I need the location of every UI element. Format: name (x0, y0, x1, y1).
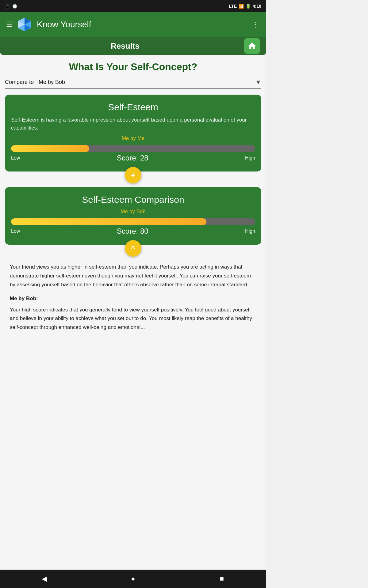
signal-icon: 📶 (239, 4, 244, 9)
self-esteem-comparison-card: Self-Esteem Comparison Me by Bob Low Sco… (5, 187, 261, 245)
self-esteem-progress: Low Score: 28 High (11, 145, 255, 162)
back-button[interactable]: ◀ (35, 570, 54, 588)
self-esteem-subtitle: Me by Me (11, 135, 255, 141)
lte-indicator: LTE (229, 4, 237, 9)
recent-apps-button[interactable]: ■ (213, 570, 231, 588)
home-button[interactable] (244, 38, 260, 54)
self-esteem-score: Score: 28 (117, 154, 148, 162)
more-options-icon[interactable]: ⋮ (252, 20, 260, 29)
dropdown-arrow-icon: ▼ (255, 79, 261, 86)
app-bar-left: ☰ Know Yourself (6, 17, 91, 32)
comparison-progress: Low Score: 80 High (11, 218, 255, 236)
self-esteem-description: Self-Esteem is having a favorable impres… (11, 116, 255, 132)
bottom-nav: ◀ ● ■ (0, 570, 266, 588)
self-esteem-progress-track (11, 145, 255, 152)
results-title: Results (6, 41, 244, 51)
description-text-1: Your friend views you as higher in self-… (10, 263, 256, 289)
page-heading: What Is Your Self-Concept? (5, 61, 261, 73)
compare-label: Compare to (5, 79, 34, 85)
comparison-progress-fill (11, 218, 206, 225)
compare-row: Compare to Me by Bob ▼ (5, 79, 261, 89)
status-icons-right: LTE 📶 🔋 4:18 (229, 4, 261, 9)
self-esteem-card: Self-Esteem Self-Esteem is having a favo… (5, 95, 261, 172)
app-bar: ☰ Know Yourself ⋮ (0, 12, 266, 37)
comparison-progress-labels: Low Score: 80 High (11, 227, 255, 236)
self-esteem-progress-fill (11, 145, 89, 152)
icon-sim: 📱 (5, 4, 10, 9)
by-bob-label: Me by Bob: (10, 294, 256, 303)
comparison-high-label: High (245, 228, 255, 234)
description-section: Your friend views you as higher in self-… (5, 257, 261, 338)
comparison-low-label: Low (11, 228, 20, 234)
self-esteem-low-label: Low (11, 155, 20, 161)
app-logo (17, 17, 32, 32)
compare-select-value: Me by Bob (39, 79, 65, 85)
app-title: Know Yourself (37, 20, 91, 29)
menu-icon[interactable]: ☰ (6, 21, 12, 28)
status-icons-left: 📱 🕐 (5, 4, 17, 9)
expand-button[interactable]: + (125, 167, 141, 183)
comparison-title: Self-Esteem Comparison (11, 194, 255, 205)
comparison-progress-track (11, 218, 255, 225)
battery-icon: 🔋 (246, 4, 251, 9)
compare-select-wrapper[interactable]: Me by Bob ▼ (39, 79, 261, 86)
comparison-subtitle: Me by Bob (11, 209, 255, 215)
main-content: What Is Your Self-Concept? Compare to Me… (0, 55, 266, 570)
time-display: 4:18 (253, 4, 261, 9)
description-text-2: Your high score indicates that you gener… (10, 306, 256, 332)
status-bar: 📱 🕐 LTE 📶 🔋 4:18 (0, 0, 266, 12)
collapse-button[interactable]: ^ (125, 240, 141, 257)
home-nav-button[interactable]: ● (124, 570, 142, 588)
results-bar: Results (0, 37, 266, 55)
self-esteem-progress-labels: Low Score: 28 High (11, 154, 255, 162)
icon-clock: 🕐 (12, 4, 17, 9)
self-esteem-high-label: High (245, 155, 255, 161)
comparison-score: Score: 80 (117, 227, 148, 236)
self-esteem-title: Self-Esteem (11, 102, 255, 112)
